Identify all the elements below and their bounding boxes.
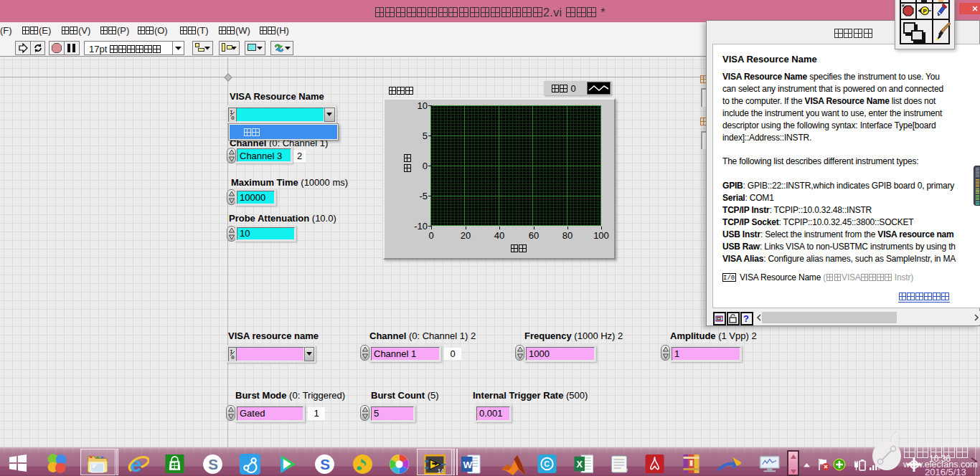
- svg-text:C: C: [544, 460, 550, 468]
- svg-text:0: 0: [231, 354, 235, 360]
- svg-text:0: 0: [231, 115, 235, 120]
- svg-text:S: S: [208, 456, 218, 472]
- svg-text:P: P: [923, 8, 928, 14]
- svg-text:W: W: [463, 460, 472, 470]
- svg-text:S: S: [320, 456, 330, 472]
- svg-text:X: X: [576, 460, 583, 470]
- svg-text:14: 14: [438, 468, 445, 475]
